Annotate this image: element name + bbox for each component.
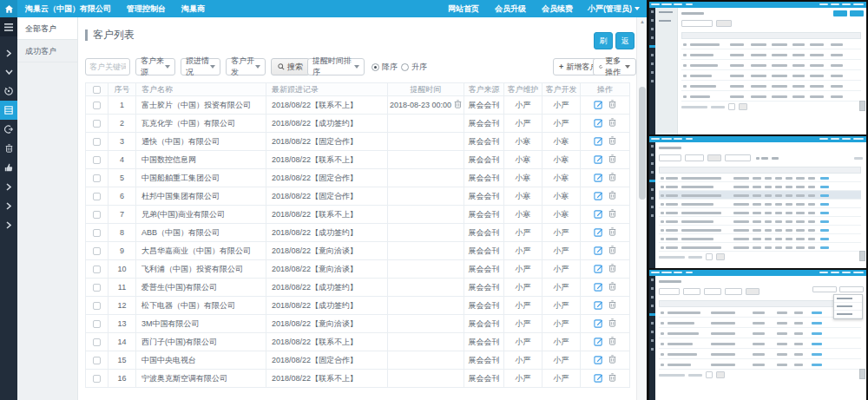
- chevron-right-icon[interactable]: [0, 43, 17, 62]
- row-checkbox[interactable]: [93, 102, 101, 109]
- keyword-input[interactable]: [85, 58, 130, 75]
- mini-dropdown-item[interactable]: [834, 295, 862, 303]
- edit-icon[interactable]: [594, 282, 603, 293]
- row-checkbox[interactable]: [93, 375, 101, 383]
- chevron-right-icon[interactable]: [0, 196, 17, 215]
- row-checkbox[interactable]: [93, 193, 101, 200]
- delete-icon[interactable]: [608, 154, 616, 165]
- chevron-right-icon[interactable]: [0, 177, 17, 196]
- search-button[interactable]: 搜索: [271, 58, 310, 75]
- edit-icon[interactable]: [594, 373, 603, 384]
- edit-icon[interactable]: [594, 154, 603, 166]
- delete-icon[interactable]: [608, 355, 616, 365]
- sort-select[interactable]: 提醒时间排序: [307, 58, 365, 75]
- develop-select[interactable]: 客户开发: [226, 58, 266, 75]
- mini-input[interactable]: [681, 20, 713, 27]
- home-icon[interactable]: [0, 0, 17, 17]
- nav-site-home[interactable]: 网站首页: [440, 0, 487, 17]
- edit-icon[interactable]: [594, 191, 603, 202]
- mini-input[interactable]: [707, 154, 721, 161]
- edit-icon[interactable]: [594, 318, 603, 330]
- mini-scroll-thumb[interactable]: [859, 101, 865, 111]
- mini-input[interactable]: [739, 103, 747, 110]
- delete-icon[interactable]: [608, 264, 616, 274]
- trash-icon[interactable]: [0, 139, 17, 158]
- delete-icon[interactable]: [608, 209, 616, 220]
- edit-icon[interactable]: [594, 227, 603, 239]
- sidebar-item-success-customers[interactable]: 成功客户: [17, 40, 77, 62]
- delete-icon[interactable]: [608, 136, 616, 147]
- mini-input[interactable]: [659, 154, 681, 161]
- row-checkbox[interactable]: [93, 120, 101, 128]
- mini-input[interactable]: [716, 20, 732, 27]
- sidebar-item-all-customers[interactable]: 全部客户: [17, 17, 77, 40]
- mini-input[interactable]: [706, 371, 713, 378]
- row-checkbox[interactable]: [93, 338, 101, 346]
- mini-more-button[interactable]: [839, 286, 864, 292]
- row-checkbox[interactable]: [93, 247, 101, 255]
- user-menu[interactable]: 小严(管理员): [581, 0, 647, 17]
- mini-input[interactable]: [728, 103, 735, 110]
- mini-input[interactable]: [725, 154, 751, 161]
- chevron-down-icon[interactable]: [0, 62, 17, 82]
- edit-icon[interactable]: [594, 173, 603, 184]
- delete-icon[interactable]: [608, 118, 616, 128]
- row-checkbox[interactable]: [93, 211, 101, 219]
- delete-remind-icon[interactable]: [454, 100, 462, 110]
- edit-icon[interactable]: [594, 337, 603, 348]
- row-checkbox[interactable]: [93, 302, 101, 310]
- row-checkbox[interactable]: [93, 229, 101, 237]
- row-checkbox[interactable]: [93, 138, 101, 146]
- mini-refresh-button[interactable]: [833, 10, 847, 16]
- back-button[interactable]: 返回: [615, 32, 635, 49]
- delete-icon[interactable]: [608, 318, 616, 329]
- delete-icon[interactable]: [608, 227, 616, 238]
- mini-dropdown-item[interactable]: [834, 311, 862, 318]
- select-all-checkbox[interactable]: [93, 86, 101, 94]
- nav-member-upgrade[interactable]: 会员升级: [487, 0, 534, 17]
- row-checkbox[interactable]: [93, 266, 101, 273]
- delete-icon[interactable]: [608, 173, 616, 183]
- edit-icon[interactable]: [594, 246, 603, 257]
- edit-icon[interactable]: [594, 355, 603, 366]
- delete-icon[interactable]: [608, 282, 616, 292]
- mini-input[interactable]: [725, 288, 742, 295]
- mini-input[interactable]: [704, 288, 721, 295]
- history-icon[interactable]: [0, 82, 17, 101]
- logout-icon[interactable]: [0, 120, 17, 139]
- mini-scroll-thumb[interactable]: [859, 369, 865, 379]
- delete-icon[interactable]: [608, 373, 616, 384]
- row-checkbox[interactable]: [93, 156, 101, 164]
- vertical-scrollbar[interactable]: ▲: [636, 17, 647, 400]
- mini-input[interactable]: [716, 371, 725, 378]
- edit-icon[interactable]: [594, 118, 603, 129]
- mini-add-button[interactable]: [812, 286, 837, 292]
- table-list-icon[interactable]: [0, 101, 17, 120]
- mini-input[interactable]: [746, 288, 760, 295]
- mini-input[interactable]: [683, 288, 700, 295]
- menu-icon[interactable]: [0, 17, 17, 36]
- row-checkbox[interactable]: [93, 357, 101, 364]
- delete-icon[interactable]: [608, 246, 616, 256]
- mini-scroll-thumb[interactable]: [859, 251, 865, 261]
- edit-icon[interactable]: [594, 136, 603, 148]
- edit-icon[interactable]: [594, 300, 603, 311]
- delete-icon[interactable]: [608, 191, 616, 201]
- nav-company[interactable]: 淘巢云（中国）有限公司: [17, 0, 119, 17]
- edit-icon[interactable]: [594, 264, 603, 275]
- thumbs-up-icon[interactable]: [0, 158, 17, 177]
- nav-shop[interactable]: 淘巢商: [174, 0, 213, 17]
- row-checkbox[interactable]: [93, 320, 101, 328]
- row-checkbox[interactable]: [93, 174, 101, 182]
- more-actions-button[interactable]: 更多操作: [593, 58, 636, 75]
- delete-icon[interactable]: [608, 100, 616, 110]
- row-checkbox[interactable]: [93, 284, 101, 292]
- source-select[interactable]: 客户来源: [135, 58, 175, 75]
- mini-dropdown-menu[interactable]: [833, 294, 863, 319]
- delete-icon[interactable]: [608, 337, 616, 347]
- sort-asc-radio[interactable]: 升序: [401, 62, 427, 73]
- mini-input[interactable]: [716, 253, 725, 260]
- mini-back-button[interactable]: [850, 10, 864, 16]
- followup-select[interactable]: 跟进情况: [181, 58, 220, 75]
- scrollbar-thumb[interactable]: [639, 87, 646, 200]
